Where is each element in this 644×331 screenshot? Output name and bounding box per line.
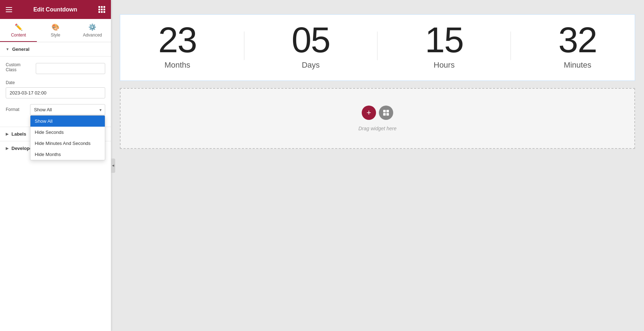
countdown-widget: 23 Months 05 Days 15 Hours 32 Minutes: [120, 14, 635, 81]
countdown-days-value: 05: [292, 22, 330, 58]
style-icon: 🎨: [52, 23, 59, 31]
countdown-divider-2: [377, 31, 377, 60]
drop-zone-text: Drag widget here: [358, 126, 397, 131]
countdown-divider-3: [511, 31, 511, 60]
tab-style-label: Style: [51, 33, 60, 38]
svg-rect-3: [386, 113, 389, 116]
sidebar-title: Edit Countdown: [33, 6, 77, 13]
sidebar-header: Edit Countdown: [0, 0, 111, 19]
dropdown-item-hide-seconds[interactable]: Hide Seconds: [30, 127, 105, 138]
format-dropdown-menu: Show All Hide Seconds Hide Minutes And S…: [30, 115, 105, 160]
general-section-label: General: [12, 47, 29, 52]
main-content: 23 Months 05 Days 15 Hours 32 Minutes +: [111, 0, 644, 331]
widget-icon: [383, 109, 389, 116]
advanced-icon: ⚙️: [88, 23, 96, 31]
general-arrow-icon: ▼: [6, 47, 9, 51]
custom-class-field: Custom Class: [6, 62, 105, 74]
countdown-minutes-label: Minutes: [564, 60, 591, 70]
format-select-wrapper: Show All ▼ Show All Hide Seconds Hide Mi…: [30, 104, 105, 115]
svg-rect-1: [386, 110, 389, 112]
widget-button[interactable]: [379, 106, 393, 120]
chevron-down-icon: ▼: [99, 108, 102, 112]
countdown-months-value: 23: [158, 22, 196, 58]
countdown-hours: 15 Hours: [425, 22, 463, 70]
tab-content[interactable]: ✏️ Content: [0, 19, 37, 42]
general-section-body: Custom Class Date Format Show All ▼: [0, 57, 111, 127]
svg-rect-2: [383, 113, 386, 116]
drop-zone[interactable]: + Drag widget here: [120, 88, 635, 149]
labels-section-label: Labels: [11, 131, 26, 137]
sidebar-collapse-handle[interactable]: [111, 159, 115, 173]
tab-style[interactable]: 🎨 Style: [37, 19, 74, 42]
format-selected-value: Show All: [34, 107, 52, 112]
countdown-months: 23 Months: [158, 22, 196, 70]
format-field: Format Show All ▼ Show All Hide Seconds …: [6, 104, 105, 115]
countdown-divider-1: [244, 31, 244, 60]
format-label: Format: [6, 104, 27, 112]
countdown-hours-value: 15: [425, 22, 463, 58]
drop-zone-buttons: +: [362, 106, 393, 120]
date-input[interactable]: [6, 87, 105, 98]
date-label: Date: [6, 80, 105, 85]
labels-arrow-icon: ▶: [6, 132, 9, 136]
countdown-days: 05 Days: [292, 22, 330, 70]
general-section-header[interactable]: ▼ General: [0, 42, 111, 57]
content-icon: ✏️: [15, 23, 23, 31]
dropdown-item-hide-months[interactable]: Hide Months: [30, 149, 105, 160]
countdown-hours-label: Hours: [434, 60, 455, 70]
date-field: Date: [6, 80, 105, 98]
sidebar-tabs: ✏️ Content 🎨 Style ⚙️ Advanced: [0, 19, 111, 42]
tab-advanced-label: Advanced: [83, 33, 102, 38]
hamburger-icon[interactable]: [6, 7, 12, 12]
custom-class-label: Custom Class: [6, 62, 31, 72]
add-widget-button[interactable]: +: [362, 106, 376, 120]
format-select[interactable]: Show All ▼: [30, 104, 105, 115]
custom-class-input[interactable]: [36, 63, 105, 74]
grid-icon[interactable]: [98, 6, 105, 13]
countdown-months-label: Months: [165, 60, 190, 70]
svg-rect-0: [383, 110, 386, 112]
sidebar: Edit Countdown ✏️ Content 🎨 Style ⚙️ Adv…: [0, 0, 111, 331]
countdown-days-label: Days: [302, 60, 319, 70]
countdown-minutes-value: 32: [558, 22, 597, 58]
sidebar-content: ▼ General Custom Class Date Format: [0, 42, 111, 331]
tab-advanced[interactable]: ⚙️ Advanced: [74, 19, 111, 42]
dropdown-item-hide-minutes-seconds[interactable]: Hide Minutes And Seconds: [30, 138, 105, 149]
countdown-minutes: 32 Minutes: [558, 22, 597, 70]
developer-arrow-icon: ▶: [6, 146, 9, 150]
tab-content-label: Content: [11, 33, 26, 38]
dropdown-item-show-all[interactable]: Show All: [30, 116, 105, 127]
